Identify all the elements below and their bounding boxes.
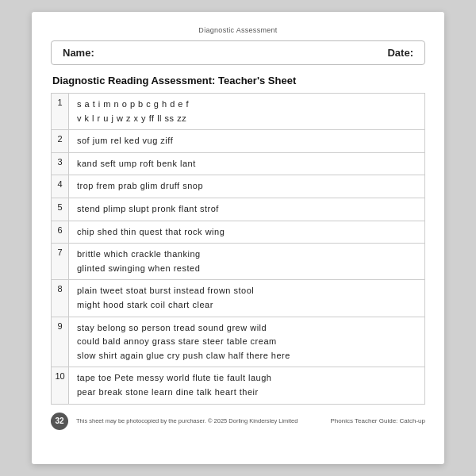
row-content: trop frem prab glim druff snop — [69, 175, 425, 198]
row-content: sof jum rel ked vug ziff — [69, 130, 425, 153]
assessment-table: 1s a t i m n o p b c g h d e fv k l r u … — [51, 93, 425, 405]
row-content: stend plimp slupt pronk flant strof — [69, 198, 425, 221]
row-number: 8 — [52, 280, 69, 317]
row-content: kand seft ump roft benk lant — [69, 152, 425, 175]
table-row: 10tape toe Pete messy world flute tie fa… — [52, 367, 425, 404]
table-row: 1s a t i m n o p b c g h d e fv k l r u … — [52, 94, 425, 130]
row-number: 10 — [52, 367, 69, 404]
section-title: Diagnostic Reading Assessment: Teacher's… — [51, 75, 425, 86]
footer-brand: Phonics Teacher Guide: Catch-up — [331, 417, 425, 424]
row-content: plain tweet stoat burst instead frown st… — [69, 280, 425, 317]
row-content: brittle which crackle thankingglinted sw… — [69, 244, 425, 280]
row-content: chip shed thin quest that rock wing — [69, 221, 425, 244]
page-badge: 32 — [51, 413, 68, 430]
table-row: 3kand seft ump roft benk lant — [52, 152, 425, 175]
footer: 32 This sheet may be photocopied by the … — [51, 413, 425, 430]
name-date-row: Name: Date: — [51, 40, 425, 65]
row-number: 1 — [52, 94, 69, 130]
row-content: tape toe Pete messy world flute tie faul… — [69, 367, 425, 404]
row-content: stay belong so person tread sound grew w… — [69, 317, 425, 367]
table-row: 5stend plimp slupt pronk flant strof — [52, 198, 425, 221]
row-content: s a t i m n o p b c g h d e fv k l r u j… — [69, 94, 425, 130]
row-number: 3 — [52, 152, 69, 175]
footer-text: This sheet may be photocopied by the pur… — [76, 417, 323, 424]
table-row: 7brittle which crackle thankingglinted s… — [52, 244, 425, 280]
table-row: 6chip shed thin quest that rock wing — [52, 221, 425, 244]
row-number: 6 — [52, 221, 69, 244]
row-number: 2 — [52, 130, 69, 153]
table-row: 2sof jum rel ked vug ziff — [52, 130, 425, 153]
table-row: 9stay belong so person tread sound grew … — [52, 317, 425, 367]
page-title: Diagnostic Assessment — [51, 26, 425, 34]
date-label: Date: — [387, 47, 413, 59]
assessment-page: Diagnostic Assessment Name: Date: Diagno… — [32, 12, 444, 464]
table-row: 8plain tweet stoat burst instead frown s… — [52, 280, 425, 317]
row-number: 7 — [52, 244, 69, 280]
row-number: 4 — [52, 175, 69, 198]
row-number: 5 — [52, 198, 69, 221]
name-label: Name: — [63, 47, 94, 59]
row-number: 9 — [52, 317, 69, 367]
table-row: 4trop frem prab glim druff snop — [52, 175, 425, 198]
